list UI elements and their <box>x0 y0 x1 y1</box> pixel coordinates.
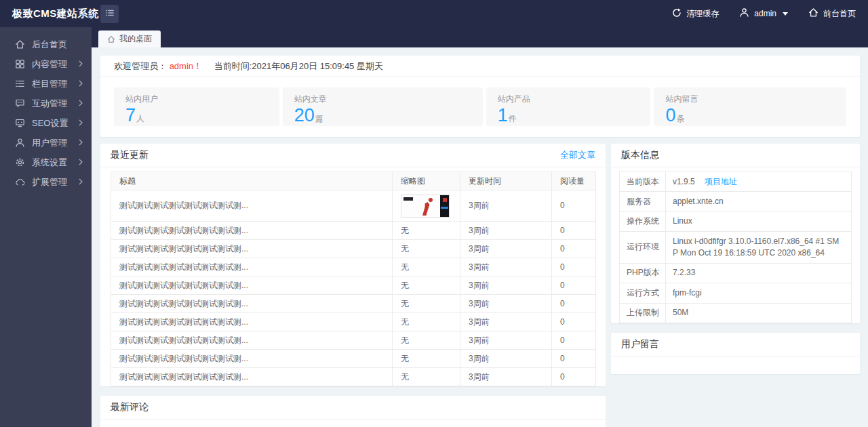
panel-title-guestbook: 用户留言 <box>621 338 659 350</box>
version-info-panel: 版本信息 当前版本 v1.9.5项目地址 <box>611 144 860 323</box>
article-thumb-cell: 无 <box>393 331 460 350</box>
version-info-table: 当前版本 v1.9.5项目地址 服务器 applet.xnte.cn <box>619 171 852 323</box>
info-label: 运行方式 <box>620 283 666 303</box>
recent-updates-panel: 最近更新 全部文章 标题 缩略图 更新时间 阅读量 <box>100 144 606 386</box>
all-articles-link[interactable]: 全部文章 <box>560 149 595 161</box>
no-thumb-label: 无 <box>401 281 409 290</box>
menu-list-icon <box>104 7 115 20</box>
article-time: 3周前 <box>460 190 552 222</box>
panel-title-comments: 最新评论 <box>111 401 149 413</box>
no-thumb-label: 无 <box>401 226 409 235</box>
info-label: 当前版本 <box>620 172 666 192</box>
info-value: v1.9.5 <box>673 177 695 186</box>
info-value-cell: v1.9.5项目地址 <box>666 172 852 192</box>
stat-unit: 篇 <box>315 114 323 123</box>
article-thumb-cell: 无 <box>393 258 460 277</box>
article-title: 测试测试测试测试测试测试测试测... <box>111 313 393 331</box>
article-title: 测试测试测试测试测试测试测试测... <box>111 350 393 368</box>
no-thumb-label: 无 <box>401 262 409 272</box>
info-value: applet.xnte.cn <box>673 197 724 206</box>
refresh-icon <box>672 8 682 20</box>
article-thumb-cell: 无 <box>393 313 460 331</box>
topbar-actions: 清理缓存 admin 前台首页 <box>672 7 868 20</box>
article-time: 3周前 <box>460 331 552 350</box>
tab-my-desktop[interactable]: 我的桌面 <box>98 30 161 47</box>
info-label: PHP版本 <box>620 263 666 283</box>
article-title: 测试测试测试测试测试测试测试测... <box>111 368 393 386</box>
gear-icon <box>15 157 25 167</box>
front-home-button[interactable]: 前台首页 <box>808 7 856 20</box>
article-row: 测试测试测试测试测试测试测试测... 无 3周前 0 <box>111 313 596 331</box>
home-icon <box>808 7 818 20</box>
sidebar-item-settings[interactable]: 系统设置 <box>0 152 92 172</box>
info-value-cell: Linux i-d0dfifgr 3.10.0-1160.el7.x86_64 … <box>666 232 852 264</box>
article-time: 3周前 <box>460 222 552 240</box>
article-reads: 0 <box>552 331 596 350</box>
article-time: 3周前 <box>460 240 552 258</box>
stat-card-users: 站内用户 7人 <box>114 87 279 126</box>
article-title: 测试测试测试测试测试测试测试测... <box>111 295 393 313</box>
main-area: 我的桌面 欢迎管理员： admin！ 当前时间:2021年06月20日 15:0… <box>92 27 868 427</box>
chevron-right-icon <box>79 79 83 89</box>
article-row: 测试测试测试测试测试测试测试测... 无 3周前 0 <box>111 295 596 313</box>
version-info-row: 运行方式 fpm-fcgi <box>620 283 852 303</box>
app-logo: 极致CMS建站系统 <box>0 7 92 20</box>
stat-value: 20 <box>294 105 315 125</box>
welcome-message: 欢迎管理员： admin！ 当前时间:2021年06月20日 15:09:45 … <box>100 56 860 77</box>
version-info-row: PHP版本 7.2.33 <box>620 263 852 283</box>
article-thumb-cell: 无 <box>393 277 460 295</box>
version-info-row: 当前版本 v1.9.5项目地址 <box>620 172 852 192</box>
article-reads: 0 <box>552 295 596 313</box>
tab-strip: 我的桌面 <box>92 27 868 47</box>
clear-cache-button[interactable]: 清理缓存 <box>672 8 719 20</box>
info-value-cell: 50M <box>666 303 852 323</box>
article-reads: 0 <box>552 277 596 295</box>
article-reads: 0 <box>552 240 596 258</box>
sidebar-item-dashboard[interactable]: 后台首页 <box>0 35 92 54</box>
col-header-thumb: 缩略图 <box>393 172 460 190</box>
sidebar-item-users[interactable]: 用户管理 <box>0 133 92 152</box>
user-menu[interactable]: admin <box>739 7 788 20</box>
no-thumb-label: 无 <box>401 299 409 308</box>
project-url-link[interactable]: 项目地址 <box>705 177 737 186</box>
version-info-row: 服务器 applet.xnte.cn <box>620 192 852 211</box>
chevron-right-icon <box>79 59 83 69</box>
no-thumb-label: 无 <box>401 244 409 253</box>
sidebar-item-content[interactable]: 内容管理 <box>0 54 92 74</box>
stat-card-messages: 站内留言 0条 <box>654 87 846 126</box>
sidebar-toggle-button[interactable] <box>100 5 119 23</box>
info-label: 上传限制 <box>620 303 666 323</box>
article-reads: 0 <box>552 350 596 368</box>
article-title: 测试测试测试测试测试测试测试测... <box>111 277 393 295</box>
chevron-right-icon <box>79 138 83 148</box>
info-value: Linux <box>673 216 692 226</box>
col-header-time: 更新时间 <box>460 172 552 190</box>
chevron-right-icon <box>79 157 83 167</box>
info-value-cell: fpm-fcgi <box>666 283 852 303</box>
list-icon <box>15 79 25 89</box>
stat-value: 7 <box>125 105 136 125</box>
panel-title-recent: 最近更新 <box>111 149 149 161</box>
stat-value: 0 <box>665 105 675 125</box>
recent-updates-table: 标题 缩略图 更新时间 阅读量 测试测试测试测试测试测试测试测... <box>111 171 596 386</box>
admin-username: admin！ <box>170 61 202 71</box>
sidebar-item-category[interactable]: 栏目管理 <box>0 74 92 94</box>
info-value: 7.2.33 <box>673 268 695 277</box>
user-icon <box>15 138 25 148</box>
info-value: 50M <box>673 308 688 317</box>
article-thumb-cell: 无 <box>393 240 460 258</box>
info-label: 服务器 <box>620 192 666 211</box>
no-thumb-label: 无 <box>401 354 409 363</box>
article-row: 测试测试测试测试测试测试测试测... 无 3周前 0 <box>111 240 596 258</box>
info-value: Linux i-d0dfifgr 3.10.0-1160.el7.x86_64 … <box>673 237 839 258</box>
stat-value: 1 <box>498 105 508 125</box>
sidebar-item-interaction[interactable]: 互动管理 <box>0 94 92 113</box>
extension-icon <box>15 177 25 187</box>
col-header-reads: 阅读量 <box>552 172 596 190</box>
guestbook-empty-body <box>611 357 860 374</box>
sidebar-item-seo[interactable]: SEO设置 <box>0 113 92 133</box>
sidebar-item-extensions[interactable]: 扩展管理 <box>0 172 92 192</box>
article-row: 测试测试测试测试测试测试测试测... 无 3周前 0 <box>111 331 596 350</box>
panel-title-version: 版本信息 <box>621 149 659 161</box>
article-reads: 0 <box>552 313 596 331</box>
